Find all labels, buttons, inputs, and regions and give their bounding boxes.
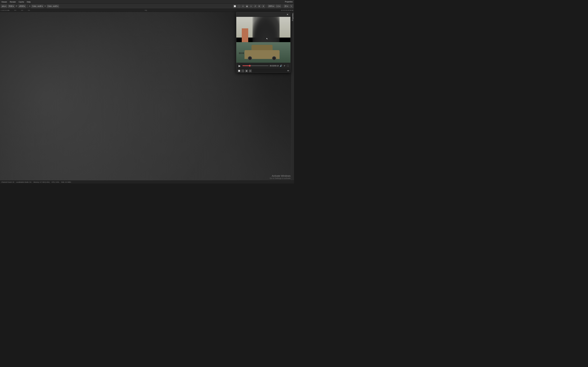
progress-handle[interactable] [249, 65, 251, 67]
status-disk: Disk: 0.0 MB/s [61, 181, 71, 183]
ruler-tick-0: 0.1 [8, 9, 9, 11]
viewer-tool-2[interactable]: ⬛ [237, 5, 241, 8]
properties-panel: Properties [291, 12, 294, 184]
play-button[interactable]: ▶ [238, 64, 242, 68]
input-b-dropdown[interactable]: Color...rect8 ▾ [47, 5, 59, 8]
menu-bar: Viewer Render Cache Help Properties [0, 0, 294, 4]
popup-icon-4[interactable]: ◎ [249, 69, 252, 72]
channel-dropdown[interactable]: pha ▾ [1, 5, 7, 8]
properties-label-text: Properties [291, 13, 294, 22]
menu-item-cache[interactable]: Cache [19, 1, 24, 3]
popup-icon-3[interactable]: ▣ [245, 69, 248, 72]
toolbar-right: ⬜ ⬛ ✕ ▦ ≡ ↺ ⚙ ⏸ 200% ▾ 1:1 ▾ 2D ▾ ✎ [233, 5, 293, 8]
time-display: 00:03/00:18 [270, 65, 279, 67]
mode-dropdown[interactable]: 2D ▾ [284, 5, 289, 8]
toolbar: pha ▾ RGB ▾ IP sRGB ▾ A Color...rect8 ▾ … [0, 4, 294, 9]
lut-dropdown[interactable]: sRGB ▾ [18, 5, 26, 8]
popup-car [244, 46, 280, 59]
ruler: 0.585150.04 0.1 0.2 0.3 0.4 Y 1 10 20 30… [0, 9, 294, 12]
progress-bar[interactable] [242, 66, 269, 66]
popup-bottom-number: 44 [287, 70, 289, 72]
status-bar: Channel Count: 19 Localization Mode: On … [0, 180, 294, 184]
progress-fill [242, 66, 250, 66]
ruler-tick-2: 0.3 [21, 9, 23, 11]
video-popup-header: ✕ [236, 12, 290, 17]
popup-bottom-bar: ⬜ ⬛ ▣ ◎ 44 [236, 69, 290, 73]
popup-scene [236, 17, 290, 63]
colorspace-dropdown[interactable]: RGB ▾ [8, 5, 15, 8]
ruler-tick-3: 0.4 [28, 9, 30, 11]
status-memory: Memory: 0.7 GB (1.6%) [34, 181, 50, 183]
menu-item-viewer[interactable]: Viewer [1, 1, 7, 3]
video-popup-close-button[interactable]: ✕ [286, 13, 289, 16]
y-indicator: Y 1 [145, 9, 147, 11]
popup-icon-1[interactable]: ⬜ [238, 69, 240, 72]
properties-title: Properties [285, 1, 293, 3]
video-controls: ▶ 00:03/00:18 🔊 ↺ ⛶ [236, 63, 290, 69]
viewer-tool-6[interactable]: ↺ [253, 5, 257, 8]
input-a-dropdown[interactable]: Color...rect8 ▾ [31, 5, 43, 8]
zoom-dropdown[interactable]: 200% ▾ [268, 5, 275, 8]
popup-icon-2[interactable]: ⬛ [242, 69, 244, 72]
status-channel-count: Channel Count: 19 [1, 181, 14, 183]
viewer-tool-3[interactable]: ✕ [241, 5, 245, 8]
viewer-tool-4[interactable]: ▦ [245, 5, 249, 8]
ruler-tick-1: 0.2 [14, 9, 16, 11]
ip-label: IP [16, 5, 17, 7]
viewer-tool-8[interactable]: ⏸ [262, 5, 265, 8]
activate-windows-title: Activate Windows [270, 175, 291, 177]
menu-item-help[interactable]: Help [27, 1, 31, 3]
activate-windows-watermark: Activate Windows Go to Settings to activ… [270, 175, 291, 179]
ratio-dropdown[interactable]: 1:1 ▾ [276, 5, 281, 8]
input-b-label: B [44, 5, 46, 7]
main-content: x720 bbox: 0 0 1280 720 channels: rgba x… [0, 12, 294, 184]
volume-icon[interactable]: 🔊 [280, 65, 282, 67]
input-a-label: A [29, 5, 30, 7]
viewer-tool-7[interactable]: ⚙ [258, 5, 261, 8]
viewer-tool-5[interactable]: ≡ [250, 5, 253, 8]
fullscreen-button[interactable]: ⛶ [286, 64, 289, 67]
video-popup: ✕ [236, 12, 291, 73]
video-frame [236, 17, 290, 63]
car-wheel-right [272, 56, 276, 60]
viewer-tool-1[interactable]: ⬜ [233, 5, 236, 8]
paint-icon[interactable]: ✎ [290, 5, 293, 8]
refresh-button[interactable]: ↺ [283, 64, 285, 67]
activate-windows-subtitle: Go to Settings to activate [270, 177, 291, 179]
ruler-right: 10 20 30 40 50 60 [281, 9, 293, 11]
status-cpu: CPU: 0.0% [52, 181, 59, 183]
status-localization: Localization Mode: On [16, 181, 32, 183]
menu-item-render[interactable]: Render [10, 1, 16, 3]
separator-2 [266, 5, 267, 8]
